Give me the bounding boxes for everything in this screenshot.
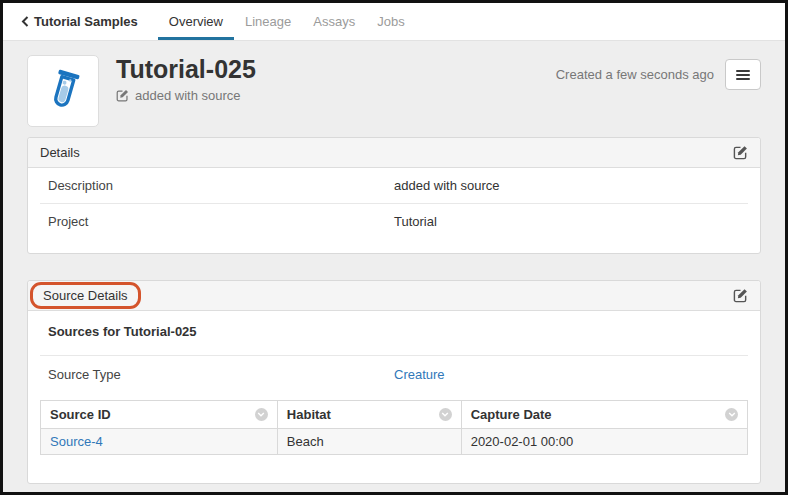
source-details-panel-body: Sources for Tutorial-025 Source Type Cre… [28, 311, 760, 483]
header-right: Created a few seconds ago [556, 59, 761, 90]
back-link-label: Tutorial Samples [34, 14, 138, 29]
sample-header: Tutorial-025 added with source Created a… [27, 55, 761, 127]
detail-row-project: Project Tutorial [40, 203, 748, 239]
details-panel-body: Description added with source Project Tu… [28, 168, 760, 253]
chevron-left-icon [21, 16, 34, 27]
source-type-row: Source Type Creature [40, 356, 748, 394]
detail-label: Project [48, 214, 394, 229]
column-header-capture-date[interactable]: Capture Date [461, 401, 747, 429]
edit-details-button[interactable] [733, 145, 748, 160]
sample-type-tile [27, 55, 99, 127]
source-type-label: Source Type [48, 367, 394, 382]
sample-description-text: added with source [135, 88, 241, 103]
detail-value: added with source [394, 178, 500, 193]
grid-header-row: Source ID Habitat [41, 401, 748, 429]
details-panel-title: Details [40, 145, 80, 160]
cell-source-id: Source-4 [41, 429, 278, 455]
sample-description-line: added with source [116, 88, 256, 103]
column-header-habitat[interactable]: Habitat [277, 401, 461, 429]
chevron-down-circle-icon[interactable] [725, 408, 738, 421]
sample-title-block: Tutorial-025 added with source [116, 55, 256, 103]
sources-heading: Sources for Tutorial-025 [40, 311, 748, 356]
source-details-panel-heading: Source Details [28, 281, 760, 311]
page-content: Tutorial-025 added with source Created a… [3, 41, 785, 484]
cell-capture-date: 2020-02-01 00:00 [461, 429, 747, 455]
edit-source-details-button[interactable] [733, 288, 748, 303]
tab-bar: Overview Lineage Assays Jobs [158, 3, 416, 40]
source-details-panel-title: Source Details [30, 282, 141, 309]
chevron-down-circle-icon[interactable] [255, 408, 268, 421]
tab-lineage[interactable]: Lineage [234, 3, 302, 40]
back-link[interactable]: Tutorial Samples [15, 3, 144, 40]
app-window: Tutorial Samples Overview Lineage Assays… [0, 0, 788, 495]
sample-actions-menu-button[interactable] [725, 59, 761, 90]
detail-value: Tutorial [394, 214, 437, 229]
hamburger-menu-icon [736, 68, 750, 82]
created-timestamp: Created a few seconds ago [556, 67, 714, 82]
detail-row-description: Description added with source [40, 168, 748, 203]
page-title: Tutorial-025 [116, 55, 256, 83]
details-panel: Details Description added with source Pr… [27, 137, 761, 254]
chevron-down-circle-icon[interactable] [439, 408, 452, 421]
edit-pencil-square-icon [116, 89, 135, 102]
source-type-link[interactable]: Creature [394, 367, 445, 382]
sources-grid: Source ID Habitat [40, 400, 748, 455]
cell-habitat: Beach [277, 429, 461, 455]
details-panel-heading: Details [28, 138, 760, 168]
column-header-source-id[interactable]: Source ID [41, 401, 278, 429]
tab-overview[interactable]: Overview [158, 3, 234, 40]
tab-jobs[interactable]: Jobs [366, 3, 415, 40]
top-navigation: Tutorial Samples Overview Lineage Assays… [3, 3, 785, 41]
grid-data-row: Source-4 Beach 2020-02-01 00:00 [41, 429, 748, 455]
tab-assays[interactable]: Assays [302, 3, 366, 40]
source-id-link[interactable]: Source-4 [50, 434, 103, 449]
detail-label: Description [48, 178, 394, 193]
source-details-panel: Source Details Sources for Tutorial-025 … [27, 280, 761, 484]
test-tube-icon [36, 64, 90, 118]
